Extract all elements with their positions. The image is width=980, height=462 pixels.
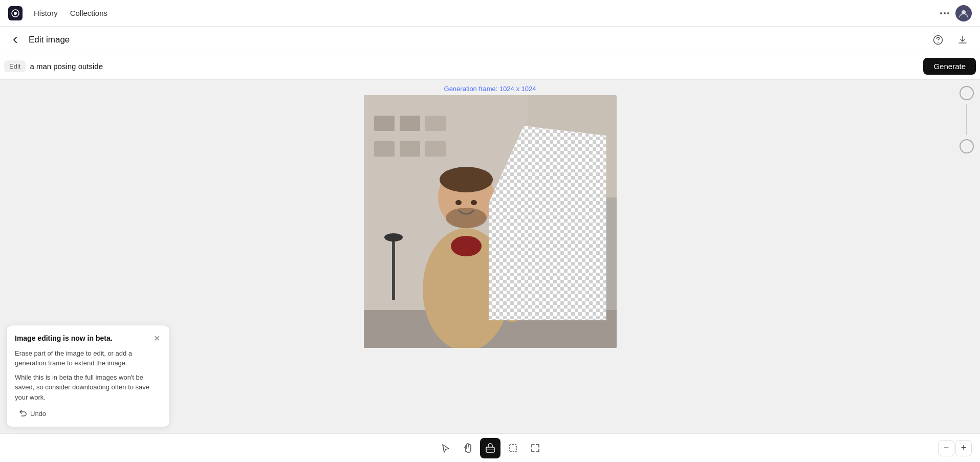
avatar-icon — [959, 8, 969, 18]
zoom-controls: − + — [938, 440, 972, 456]
zoom-in-button[interactable]: + — [955, 440, 972, 456]
toast-footer: Undo — [15, 407, 161, 420]
more-options-button[interactable] — [936, 10, 953, 16]
bottom-toolbar: − + — [0, 433, 980, 462]
download-icon — [957, 35, 968, 45]
svg-point-25 — [455, 200, 462, 205]
help-icon — [933, 35, 943, 45]
nav-history[interactable]: History — [29, 7, 63, 19]
svg-rect-13 — [425, 141, 446, 157]
svg-rect-11 — [400, 141, 420, 157]
canvas-image[interactable] — [364, 95, 617, 348]
hand-tool-button[interactable] — [458, 438, 478, 458]
svg-rect-14 — [392, 238, 395, 300]
edit-image-title: Edit image — [29, 35, 70, 45]
erase-tool-button[interactable] — [480, 438, 500, 458]
toast-title: Image editing is now in beta. — [15, 334, 113, 342]
back-button[interactable] — [8, 33, 23, 47]
tool-indicator-bottom[interactable] — [960, 139, 974, 153]
help-button[interactable] — [929, 33, 947, 47]
generation-frame-label: Generation frame: 1024 x 1024 — [444, 85, 536, 93]
svg-rect-10 — [374, 141, 395, 157]
right-sidebar — [953, 80, 980, 433]
svg-rect-12 — [425, 116, 446, 131]
tool-line — [966, 104, 967, 135]
undo-label: Undo — [30, 410, 46, 417]
svg-rect-28 — [509, 445, 516, 452]
edit-mode-badge: Edit — [4, 60, 26, 72]
dalle-icon — [8, 6, 23, 20]
erase-icon — [485, 443, 495, 453]
toast-body2: While this is in beta the full images wo… — [15, 372, 161, 403]
svg-rect-8 — [374, 116, 395, 131]
svg-point-2 — [14, 12, 17, 15]
undo-button[interactable]: Undo — [15, 407, 50, 420]
canvas-wrapper[interactable] — [364, 95, 617, 348]
prompt-input[interactable] — [30, 60, 919, 73]
svg-point-26 — [471, 200, 477, 205]
nav-collections[interactable]: Collections — [65, 7, 113, 19]
frame-tool-button[interactable] — [503, 438, 523, 458]
toast-close-button[interactable]: ✕ — [153, 333, 161, 344]
svg-point-5 — [938, 41, 939, 42]
generate-button[interactable]: Generate — [923, 58, 976, 75]
svg-point-24 — [451, 236, 482, 256]
toast-header: Image editing is now in beta. ✕ — [15, 333, 161, 344]
tool-indicator-top[interactable] — [960, 86, 974, 100]
select-icon — [440, 443, 450, 453]
expand-icon — [530, 443, 540, 453]
expand-tool-button[interactable] — [525, 438, 546, 458]
brand-logo[interactable] — [8, 6, 23, 20]
undo-icon — [19, 409, 27, 417]
zoom-out-button[interactable]: − — [938, 440, 954, 456]
dot-icon — [947, 12, 949, 14]
toast-body1: Erase part of the image to edit, or add … — [15, 348, 161, 368]
select-tool-button[interactable] — [435, 438, 455, 458]
download-button[interactable] — [953, 33, 972, 47]
svg-point-23 — [446, 208, 487, 228]
dot-icon — [944, 12, 946, 14]
back-arrow-icon — [10, 35, 20, 45]
svg-point-22 — [440, 167, 493, 192]
user-avatar[interactable] — [955, 5, 972, 21]
frame-icon — [508, 443, 518, 453]
beta-toast: Image editing is now in beta. ✕ Erase pa… — [6, 325, 170, 428]
dot-icon — [940, 12, 942, 14]
svg-point-15 — [384, 233, 403, 241]
hand-icon — [463, 443, 473, 453]
svg-rect-9 — [400, 116, 420, 131]
